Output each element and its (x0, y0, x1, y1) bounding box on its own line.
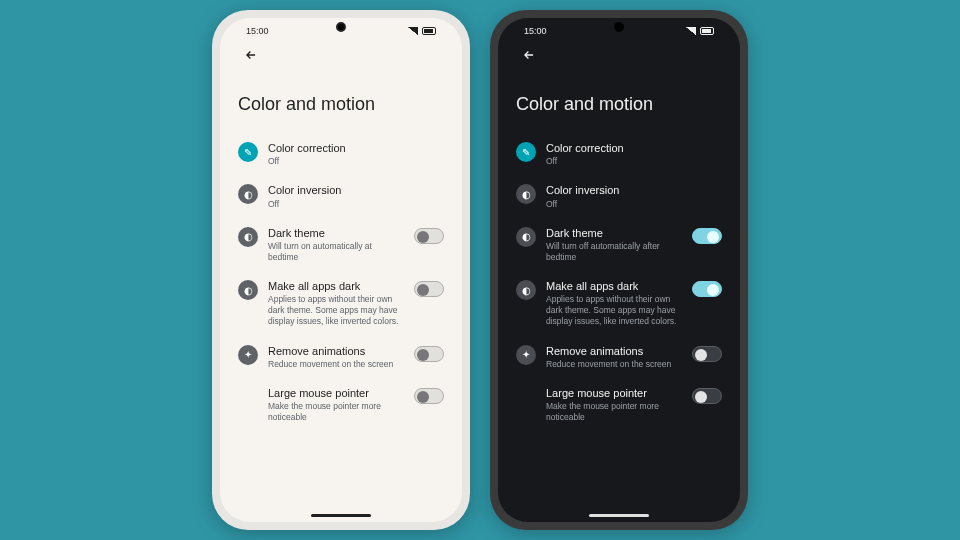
label: Large mouse pointer (268, 386, 400, 400)
toggle-large-mouse-pointer[interactable] (692, 388, 722, 404)
phone-light: 15:00 Color and motion ✎ Color correctio… (212, 10, 470, 530)
moon-icon: ◐ (516, 280, 536, 300)
row-large-mouse-pointer[interactable]: Large mouse pointer Make the mouse point… (234, 378, 448, 431)
subtext: Will turn off automatically after bedtim… (546, 241, 678, 263)
moon-icon: ◐ (238, 280, 258, 300)
signal-icon (408, 27, 418, 35)
screen: 15:00 Color and motion ✎ Color correctio… (498, 18, 740, 522)
subtext: Reduce movement on the screen (268, 359, 400, 370)
page-title: Color and motion (512, 66, 726, 133)
page-title: Color and motion (234, 66, 448, 133)
toggle-remove-animations[interactable] (692, 346, 722, 362)
status-icons (408, 27, 436, 35)
home-indicator[interactable] (589, 514, 649, 517)
signal-icon (686, 27, 696, 35)
label: Color correction (268, 141, 440, 155)
toggle-dark-theme[interactable] (414, 228, 444, 244)
row-dark-theme[interactable]: ◐ Dark theme Will turn on automatically … (234, 218, 448, 271)
row-color-inversion[interactable]: ◐ Color inversion Off (234, 175, 448, 217)
row-color-correction[interactable]: ✎ Color correction Off (512, 133, 726, 175)
label: Color inversion (268, 183, 440, 197)
subtext: Make the mouse pointer more noticeable (546, 401, 678, 423)
sparkle-icon: ✦ (238, 345, 258, 365)
row-dark-theme[interactable]: ◐ Dark theme Will turn off automatically… (512, 218, 726, 271)
back-button[interactable] (518, 44, 540, 66)
moon-icon: ◐ (238, 227, 258, 247)
phone-dark: 15:00 Color and motion ✎ Color correctio… (490, 10, 748, 530)
subtext: Off (268, 156, 440, 167)
status-time: 15:00 (246, 26, 269, 36)
label: Dark theme (268, 226, 400, 240)
toggle-large-mouse-pointer[interactable] (414, 388, 444, 404)
contrast-icon: ◐ (516, 184, 536, 204)
subtext: Applies to apps without their own dark t… (268, 294, 400, 327)
row-remove-animations[interactable]: ✦ Remove animations Reduce movement on t… (512, 336, 726, 378)
label: Make all apps dark (268, 279, 400, 293)
toggle-make-all-apps-dark[interactable] (414, 281, 444, 297)
subtext: Make the mouse pointer more noticeable (268, 401, 400, 423)
label: Large mouse pointer (546, 386, 678, 400)
label: Remove animations (268, 344, 400, 358)
battery-icon (700, 27, 714, 35)
label: Make all apps dark (546, 279, 678, 293)
sparkle-icon: ✦ (516, 345, 536, 365)
row-color-correction[interactable]: ✎ Color correction Off (234, 133, 448, 175)
label: Color inversion (546, 183, 718, 197)
pencil-icon: ✎ (516, 142, 536, 162)
status-icons (686, 27, 714, 35)
toggle-make-all-apps-dark[interactable] (692, 281, 722, 297)
subtext: Off (268, 199, 440, 210)
contrast-icon: ◐ (238, 184, 258, 204)
subtext: Applies to apps without their own dark t… (546, 294, 678, 327)
battery-icon (422, 27, 436, 35)
row-color-inversion[interactable]: ◐ Color inversion Off (512, 175, 726, 217)
camera-cutout (614, 22, 624, 32)
label: Color correction (546, 141, 718, 155)
subtext: Will turn on automatically at bedtime (268, 241, 400, 263)
back-button[interactable] (240, 44, 262, 66)
subtext: Reduce movement on the screen (546, 359, 678, 370)
toggle-remove-animations[interactable] (414, 346, 444, 362)
toggle-dark-theme[interactable] (692, 228, 722, 244)
home-indicator[interactable] (311, 514, 371, 517)
screen: 15:00 Color and motion ✎ Color correctio… (220, 18, 462, 522)
status-time: 15:00 (524, 26, 547, 36)
camera-cutout (336, 22, 346, 32)
label: Dark theme (546, 226, 678, 240)
row-make-all-apps-dark[interactable]: ◐ Make all apps dark Applies to apps wit… (234, 271, 448, 335)
label: Remove animations (546, 344, 678, 358)
subtext: Off (546, 199, 718, 210)
row-make-all-apps-dark[interactable]: ◐ Make all apps dark Applies to apps wit… (512, 271, 726, 335)
moon-icon: ◐ (516, 227, 536, 247)
subtext: Off (546, 156, 718, 167)
row-remove-animations[interactable]: ✦ Remove animations Reduce movement on t… (234, 336, 448, 378)
row-large-mouse-pointer[interactable]: Large mouse pointer Make the mouse point… (512, 378, 726, 431)
pencil-icon: ✎ (238, 142, 258, 162)
